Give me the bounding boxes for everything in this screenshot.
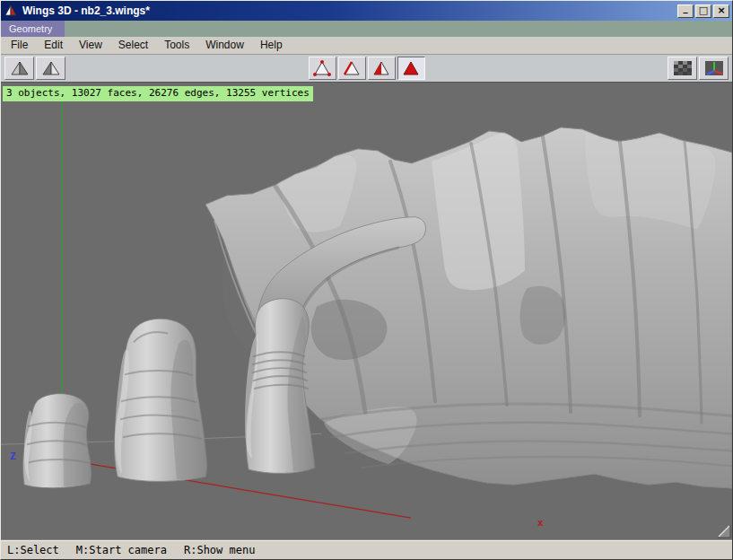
show-axes-icon [704,60,724,76]
menu-edit[interactable]: Edit [36,37,71,54]
menu-file[interactable]: File [3,37,36,54]
vertex-select-mode-button[interactable] [309,57,336,80]
resize-grip-icon [717,524,731,538]
show-axes-button[interactable] [699,57,729,80]
toolbar-view-group [668,57,729,80]
status-middle-mouse: M:Start camera [76,544,167,556]
toolbar [1,55,732,82]
undo-button[interactable] [4,57,34,80]
smooth-preview-button[interactable] [668,57,697,80]
scene-info: 3 objects, 13027 faces, 26276 edges, 132… [3,86,313,101]
vertex-select-pyramid-icon [312,59,332,77]
face-select-pyramid-icon [371,59,391,77]
menu-tools[interactable]: Tools [156,37,197,54]
body-select-mode-button[interactable] [397,57,425,80]
maximize-icon: □ [699,6,708,15]
redo-pyramid-icon [40,59,62,77]
title-bar[interactable]: Wings 3D - nb2_3.wings* _ □ × [1,1,732,21]
viewport-3d[interactable]: 3 objects, 13027 faces, 26276 edges, 132… [1,82,732,539]
scene-3d-model [1,83,732,539]
window-title: Wings 3D - nb2_3.wings* [21,4,675,17]
z-axis-label: Z [10,451,16,462]
selection-mode-group [309,57,425,80]
maximize-button[interactable]: □ [695,4,711,18]
menu-select[interactable]: Select [110,37,156,54]
close-button[interactable]: × [713,4,729,18]
body-select-pyramid-icon [401,59,421,77]
menu-bar: File Edit View Select Tools Window Help [1,37,732,55]
face-select-mode-button[interactable] [368,57,396,80]
window-controls: _ □ × [677,4,729,18]
edge-select-mode-button[interactable] [338,57,366,80]
x-axis-label: x [537,517,544,529]
status-right-mouse: R:Show menu [184,544,255,556]
geometry-window-bar[interactable]: Geometry [1,21,732,37]
toolbar-history-group [4,57,65,80]
status-bar: L:Select M:Start camera R:Show menu [1,539,732,559]
close-icon: × [717,6,725,15]
wings3d-logo-icon[interactable] [4,4,18,18]
undo-pyramid-icon [9,59,31,77]
minimize-icon: _ [684,4,688,13]
edge-select-pyramid-icon [342,59,362,77]
status-left-mouse: L:Select [7,544,59,556]
menu-help[interactable]: Help [252,37,291,54]
menu-window[interactable]: Window [197,37,252,54]
smooth-preview-icon [673,60,693,76]
minimize-button[interactable]: _ [677,4,694,18]
redo-button[interactable] [36,57,65,80]
wings3d-window: Wings 3D - nb2_3.wings* _ □ × Geometry F… [0,0,733,560]
menu-view[interactable]: View [71,37,110,54]
geometry-window-title: Geometry [1,21,65,37]
resize-grip[interactable] [717,524,731,538]
